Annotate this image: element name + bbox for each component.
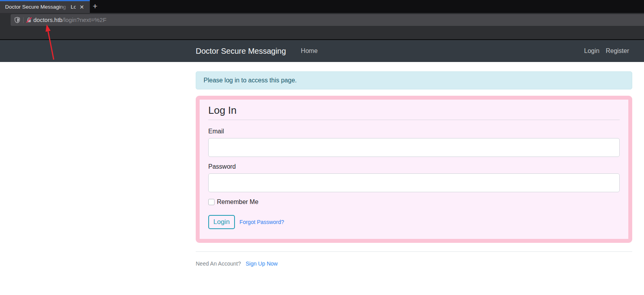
nav-link-login[interactable]: Login [581,47,602,55]
password-input[interactable] [208,173,620,192]
url-text[interactable]: doctors.htb/login?next=%2F [33,14,106,26]
login-button[interactable]: Login [208,215,235,229]
info-alert: Please log in to access this page. [196,71,632,89]
nav-link-register[interactable]: Register [602,47,632,55]
navbar-brand[interactable]: Doctor Secure Messaging [196,47,286,56]
shield-icon[interactable] [14,17,20,23]
main-content: Please log in to access this page. Log I… [196,62,632,267]
login-heading: Log In [208,104,620,120]
tab-close-icon[interactable]: ✕ [78,3,86,11]
login-card: Log In Email Password Remember Me Login … [196,96,632,243]
remember-me-checkbox[interactable] [208,199,215,205]
new-tab-button[interactable]: + [90,1,100,12]
address-bar[interactable]: doctors.htb/login?next=%2F [11,14,644,26]
url-path: /login?next=%2F [62,16,106,23]
password-label: Password [208,163,620,170]
signup-link[interactable]: Sign Up Now [246,260,278,267]
email-input[interactable] [208,138,620,157]
navbar-right-links: Login Register [581,47,632,55]
browser-toolbar: doctors.htb/login?next=%2F [0,13,644,40]
site-navbar: Doctor Secure Messaging Home Login Regis… [0,40,644,62]
email-label: Email [208,128,620,135]
forgot-password-link[interactable]: Forgot Password? [240,219,284,225]
remember-me-label[interactable]: Remember Me [217,198,258,206]
insecure-lock-icon[interactable] [26,17,32,23]
signup-footer: Need An Account?Sign Up Now [196,251,632,267]
browser-tab[interactable]: Doctor Secure Messaging - Login ✕ [0,0,90,13]
nav-link-home[interactable]: Home [298,47,321,55]
url-domain: doctors.htb [33,16,62,23]
urlbar-separator [23,17,24,23]
browser-tab-bar: Doctor Secure Messaging - Login ✕ + [0,0,644,13]
signup-prompt: Need An Account? [196,260,241,267]
tab-title-fade [59,2,71,14]
